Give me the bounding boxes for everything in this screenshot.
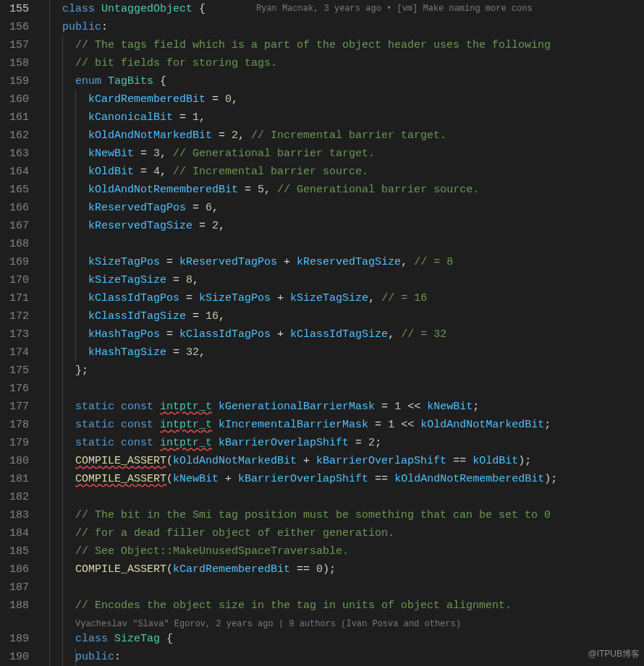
code-line[interactable]: kHashTagPos = kClassIdTagPos + kClassIdT…	[39, 325, 644, 343]
code-line[interactable]: kOldAndNotRememberedBit = 5, // Generati…	[39, 181, 644, 199]
code-line[interactable]: COMPILE_ASSERT(kCardRememberedBit == 0);	[39, 560, 644, 579]
code-line[interactable]: static const intptr_t kGenerationalBarri…	[39, 398, 644, 416]
code-line[interactable]: kClassIdTagSize = 16,	[39, 307, 644, 325]
token: ,	[264, 184, 277, 196]
code-line[interactable]: kReservedTagSize = 2,	[39, 217, 644, 235]
token: COMPILE_ASSERT	[75, 455, 166, 467]
code-line[interactable]	[39, 235, 644, 253]
token: 1	[388, 419, 394, 431]
line-content	[39, 238, 88, 250]
code-line[interactable]: // See Object::MakeUnusedSpaceTraversabl…	[39, 542, 644, 560]
token: intptr_t	[160, 437, 212, 449]
code-line[interactable]: kClassIdTagPos = kSizeTagPos + kSizeTagS…	[39, 289, 644, 307]
token: (	[166, 563, 173, 576]
code-area[interactable]: class UntaggedObject {Ryan Macnak, 3 yea…	[39, 0, 644, 666]
token: :	[114, 651, 121, 663]
line-number: 176	[0, 380, 29, 398]
token: ,	[160, 166, 173, 178]
token: kCanonicalBit	[88, 111, 173, 124]
code-line[interactable]: COMPILE_ASSERT(kNewBit + kBarrierOverlap…	[39, 470, 644, 488]
token: {	[160, 633, 173, 645]
token: ,	[219, 310, 225, 323]
code-line[interactable]: };	[39, 362, 644, 380]
token: kSizeTagPos	[199, 292, 271, 304]
token: 2	[232, 129, 238, 142]
code-line[interactable]: public:	[39, 18, 644, 36]
line-content: public:	[39, 651, 121, 663]
token: 4	[153, 166, 160, 178]
token: 0	[225, 93, 232, 106]
line-content: kCanonicalBit = 1,	[39, 111, 206, 124]
token: kBarrierOverlapShift	[238, 473, 368, 485]
code-line[interactable]: public:	[39, 648, 644, 666]
code-line[interactable]: static const intptr_t kBarrierOverlapShi…	[39, 434, 644, 452]
token: kCardRememberedBit	[88, 93, 206, 106]
line-number: 162	[0, 127, 29, 145]
token: =	[186, 310, 206, 323]
line-number: 171	[0, 289, 29, 307]
line-content: // The tags field which is a part of the…	[39, 39, 551, 51]
code-line[interactable]: kCardRememberedBit = 0,	[39, 90, 644, 108]
token: intptr_t	[160, 401, 212, 413]
line-number: 178	[0, 416, 29, 434]
token	[212, 419, 219, 431]
token: kNewBit	[173, 473, 219, 485]
code-line[interactable]: Vyacheslav "Slava" Egorov, 2 years ago |…	[39, 615, 644, 630]
token: kOldAndNotRememberedBit	[394, 473, 544, 485]
code-line[interactable]: kHashTagSize = 32,	[39, 343, 644, 362]
code-line[interactable]: // Encodes the object size in the tag in…	[39, 597, 644, 615]
code-line[interactable]	[39, 380, 644, 398]
token: kOldAndNotRememberedBit	[88, 184, 238, 196]
code-line[interactable]: // The bit in the Smi tag position must …	[39, 506, 644, 524]
code-line[interactable]: // The tags field which is a part of the…	[39, 36, 644, 54]
token: TagBits	[108, 75, 153, 87]
token: <<	[394, 419, 420, 431]
code-line[interactable]: kOldAndNotMarkedBit = 2, // Incremental …	[39, 127, 644, 145]
token: kClassIdTagSize	[88, 310, 186, 323]
line-number: 156	[0, 18, 29, 36]
code-line[interactable]: static const intptr_t kIncrementalBarrie…	[39, 416, 644, 434]
token: ;	[473, 401, 479, 413]
line-content: // Encodes the object size in the tag in…	[39, 599, 512, 612]
token: kReservedTagPos	[88, 202, 186, 214]
token: // = 32	[401, 328, 446, 341]
code-line[interactable]: kOldBit = 4, // Incremental barrier sour…	[39, 163, 644, 181]
code-editor[interactable]: 1551561571581591601611621631641651661671…	[0, 0, 644, 666]
token: class	[75, 633, 114, 645]
line-content: public:	[39, 21, 108, 33]
line-number: 165	[0, 181, 29, 199]
token: // = 8	[414, 256, 453, 268]
code-line[interactable]: // bit fields for storing tags.	[39, 54, 644, 72]
line-content: kOldAndNotRememberedBit = 5, // Generati…	[39, 184, 479, 196]
code-line[interactable]: class SizeTag {	[39, 630, 644, 648]
code-line[interactable]: kNewBit = 3, // Generational barrier tar…	[39, 145, 644, 163]
token: // See Object::MakeUnusedSpaceTraversabl…	[75, 545, 349, 558]
token: 1	[192, 111, 199, 124]
code-line[interactable]: COMPILE_ASSERT(kOldAndNotMarkedBit + kBa…	[39, 452, 644, 470]
token: public	[62, 21, 101, 33]
token: COMPILE_ASSERT	[75, 563, 166, 576]
code-line[interactable]: kCanonicalBit = 1,	[39, 108, 644, 127]
line-content: static const intptr_t kBarrierOverlapShi…	[39, 437, 381, 449]
token: ,	[212, 202, 219, 214]
line-number: 159	[0, 72, 29, 90]
line-number	[0, 615, 29, 630]
code-line[interactable]: // for a dead filler object of either ge…	[39, 524, 644, 542]
line-content: // for a dead filler object of either ge…	[39, 527, 394, 539]
token: kSizeTagSize	[290, 292, 368, 304]
token: =	[166, 346, 186, 359]
line-number: 186	[0, 560, 29, 579]
token: =	[166, 274, 186, 286]
code-line[interactable]	[39, 579, 644, 597]
code-line[interactable]	[39, 488, 644, 506]
token: // Encodes the object size in the tag in…	[75, 599, 512, 612]
code-line[interactable]: kSizeTagSize = 8,	[39, 271, 644, 289]
watermark: @ITPUB博客	[588, 645, 640, 663]
code-line[interactable]: enum TagBits {	[39, 72, 644, 90]
token: intptr_t	[160, 419, 212, 431]
token: 2	[212, 220, 219, 232]
code-line[interactable]: kSizeTagPos = kReservedTagPos + kReserve…	[39, 253, 644, 271]
code-line[interactable]: kReservedTagPos = 6,	[39, 199, 644, 217]
line-content: kHashTagSize = 32,	[39, 346, 206, 359]
code-line[interactable]: class UntaggedObject {Ryan Macnak, 3 yea…	[39, 0, 644, 18]
